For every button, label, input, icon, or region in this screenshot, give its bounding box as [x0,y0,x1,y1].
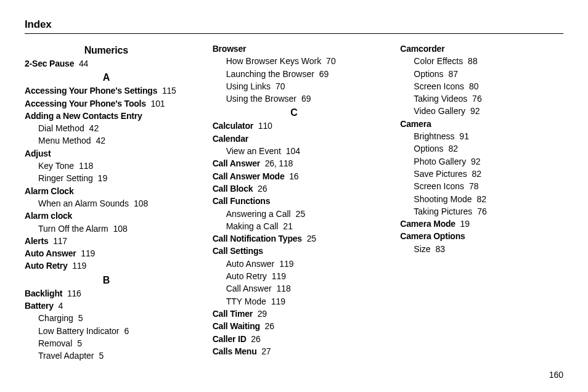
index-topic: Backlight 116 [25,287,188,300]
index-subentry-text: Making a Call [226,221,279,231]
index-subentry: Screen Icons 80 [400,80,563,92]
index-topic-text: Calendar [213,134,248,144]
index-topic: Camera [400,118,563,130]
index-subentry: Low Battery Indicator 6 [25,325,188,337]
index-topic-text: Calls Menu [213,346,257,356]
index-topic: Battery 4 [25,300,188,312]
index-topic: Caller ID 26 [213,333,376,345]
index-topic-text: Alerts [25,236,48,246]
page-title: Index [25,18,563,34]
index-subentry: Options 82 [400,142,563,155]
index-topic: Accessing Your Phone's Tools 101 [25,97,188,110]
index-subentry: Video Gallery 92 [400,105,563,117]
index-subentry-text: Travel Adapter [38,351,94,361]
index-topic-page: 19 [458,219,470,229]
index-topic-page: 116 [65,288,81,298]
index-topic-text: Call Block [213,184,253,194]
index-topic: Auto Retry 119 [25,259,188,272]
index-subentry: Taking Videos 76 [400,92,563,105]
index-topic-text: Call Timer [213,309,253,319]
index-subentry-text: Launching the Browser [226,69,314,79]
index-subentry-page: 118 [76,161,93,171]
index-topic-text: Adding a New Contacts Entry [25,111,142,121]
index-subentry-page: 118 [274,284,291,293]
index-topic: Call Waiting 26 [213,320,376,332]
index-subentry: Size 83 [400,243,563,255]
index-subentry-page: 70 [273,81,285,91]
index-topic-text: Alarm clock [25,211,72,221]
index-subentry-text: Screen Icons [414,81,464,91]
index-subentry-page: 19 [96,173,107,183]
index-subentry-text: Size [414,244,430,254]
index-subentry: Using Links 70 [213,80,376,92]
index-topic-text: Accessing Your Phone's Settings [25,86,157,96]
index-topic-page: 16 [287,171,299,181]
index-subentry-text: Photo Gallery [414,157,466,166]
index-topic-text: Camera [400,119,431,129]
index-columns: Numerics2-Sec Pause 44AAccessing Your Ph… [25,43,563,363]
index-subentry-text: Charging [38,313,73,323]
index-topic: Camcorder [400,43,563,55]
index-subentry-text: Screen Icons [414,181,464,191]
index-topic-page: 110 [256,121,272,131]
index-subentry-text: View an Event [226,146,281,156]
index-subentry-text: Ringer Setting [38,173,93,183]
index-topic: Call Answer Mode 16 [213,170,376,182]
index-subentry-page: 83 [433,244,445,254]
index-topic-text: Camera Options [400,231,465,241]
index-subentry-text: Call Answer [226,284,272,293]
index-subentry: Key Tone 118 [25,160,188,172]
index-topic-page: 26 [255,184,267,194]
index-topic: 2-Sec Pause 44 [25,57,188,70]
index-topic-text: Auto Answer [25,248,76,258]
index-topic-page: 119 [70,261,86,271]
index-subentry: Ringer Setting 19 [25,172,188,184]
index-topic-text: Alarm Clock [25,186,74,196]
index-subentry-page: 91 [457,131,468,141]
index-topic: Alerts 117 [25,235,188,247]
index-subentry-text: How Browser Keys Work [226,56,322,66]
index-subentry-page: 78 [467,181,478,191]
index-topic-text: Calculator [213,121,253,131]
index-subentry-text: Key Tone [38,161,74,171]
index-subentry: Making a Call 21 [213,220,376,232]
page-number: 160 [549,370,563,380]
index-topic-text: Call Notification Types [213,234,302,243]
index-subentry-page: 42 [94,136,105,145]
index-subentry-page: 25 [293,209,305,219]
index-topic-page: 44 [76,59,88,68]
index-subentry-page: 119 [269,271,286,281]
index-topic-text: Call Functions [213,196,271,206]
index-subentry-text: Auto Retry [226,271,267,281]
index-subentry-page: 88 [465,56,477,66]
index-topic-text: Backlight [25,288,62,298]
index-subentry-page: 82 [470,169,481,179]
section-heading: A [25,72,188,83]
index-topic-text: Auto Retry [25,261,68,271]
index-topic-page: 117 [51,236,67,246]
index-subentry-text: Taking Videos [414,94,467,104]
index-subentry: Auto Answer 119 [213,258,376,270]
index-subentry: Using the Browser 69 [213,92,376,105]
index-topic-text: Accessing Your Phone's Tools [25,99,146,108]
index-subentry: Auto Retry 119 [213,270,376,282]
index-subentry-page: 42 [87,123,99,133]
index-topic-text: Call Settings [213,246,263,256]
index-topic-page: 29 [255,309,267,319]
index-topic-text: 2-Sec Pause [25,59,74,68]
index-subentry-page: 92 [468,106,480,116]
index-subentry: Menu Method 42 [25,134,188,147]
index-subentry-text: Menu Method [38,136,91,145]
index-topic-page: 25 [304,234,316,243]
index-topic: Auto Answer 119 [25,247,188,259]
index-subentry-page: 108 [111,224,128,234]
index-subentry: View an Event 104 [213,145,376,157]
index-topic-page: 115 [160,86,176,96]
index-subentry-text: Options [414,144,443,153]
index-subentry: Removal 5 [25,337,188,349]
index-topic-page: 26 [249,334,261,344]
index-topic-page: 27 [259,346,271,356]
index-subentry-page: 119 [269,296,285,306]
index-subentry: Taking Pictures 76 [400,205,563,218]
index-topic-text: Call Answer Mode [213,171,285,181]
